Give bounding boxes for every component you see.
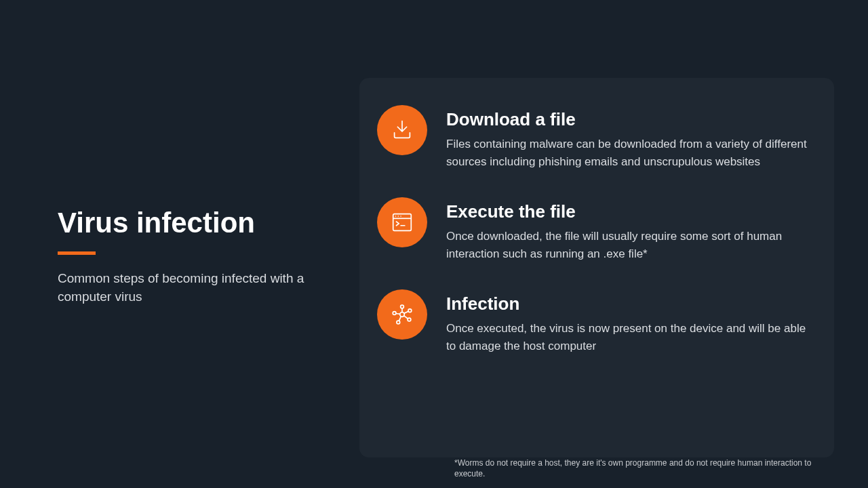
step-execute: Execute the file Once downloaded, the fi… [380,197,807,262]
accent-bar [58,251,96,255]
step-infection: Infection Once executed, the virus is no… [380,289,807,354]
step-content: Download a file Files containing malware… [446,105,807,170]
page-title: Virus infection [58,207,315,239]
svg-line-13 [404,311,408,313]
step-title: Download a file [446,109,807,130]
page-subtitle: Common steps of becoming infected with a… [58,270,315,306]
left-panel: Virus infection Common steps of becoming… [58,207,315,306]
svg-point-6 [400,312,405,317]
footnote: *Worms do not require a host, they are i… [454,458,821,479]
download-icon [377,105,427,155]
svg-line-14 [404,316,408,319]
step-content: Infection Once executed, the virus is no… [446,289,807,354]
step-desc: Files containing malware can be download… [446,136,807,170]
svg-line-15 [399,317,401,321]
svg-point-8 [408,309,412,312]
svg-point-4 [400,216,401,217]
steps-panel: Download a file Files containing malware… [359,78,834,458]
step-desc: Once downloaded, the file will usually r… [446,228,807,262]
terminal-icon [377,197,427,247]
step-title: Execute the file [446,201,807,222]
step-content: Execute the file Once downloaded, the fi… [446,197,807,262]
svg-point-7 [401,305,404,308]
step-download: Download a file Files containing malware… [380,105,807,170]
svg-line-16 [396,313,400,314]
svg-point-2 [395,216,397,217]
step-title: Infection [446,293,807,314]
network-icon [377,289,427,340]
svg-point-10 [397,321,400,324]
svg-point-11 [393,312,396,315]
step-desc: Once executed, the virus is now present … [446,320,807,354]
svg-point-3 [398,216,399,217]
